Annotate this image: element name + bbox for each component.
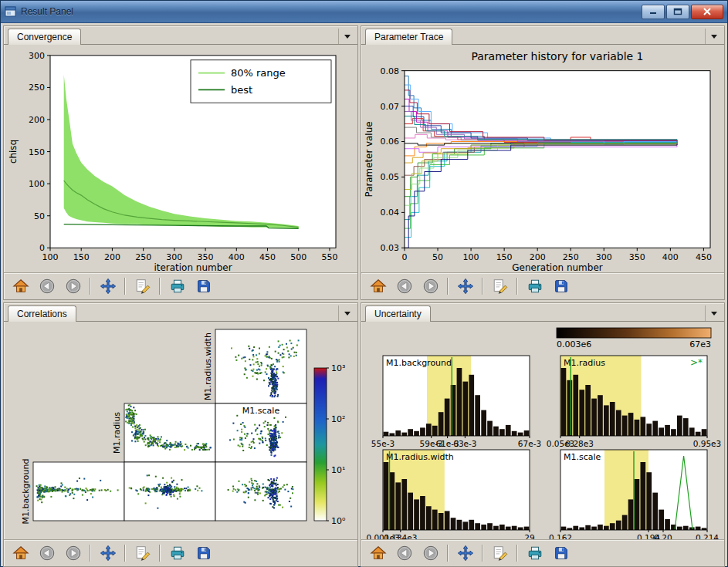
svg-text:M1.background: M1.background: [21, 458, 31, 524]
svg-text:0.05: 0.05: [381, 172, 399, 182]
edit-icon: [134, 278, 151, 295]
back-button[interactable]: [393, 542, 415, 565]
toolbar-separator: [90, 545, 91, 562]
home-button[interactable]: [367, 275, 389, 298]
save-button[interactable]: [192, 275, 215, 298]
svg-text:0.003e6: 0.003e6: [557, 339, 591, 349]
convergence-canvas[interactable]: 1001502002503003504004505005500501001502…: [4, 45, 357, 272]
maximize-icon: [673, 8, 682, 15]
back-button[interactable]: [393, 275, 415, 298]
print-button[interactable]: [166, 275, 188, 298]
close-icon: [703, 8, 712, 15]
tab-convergence[interactable]: Convergence: [8, 29, 81, 45]
svg-text:55e-3: 55e-3: [371, 439, 394, 448]
svg-text:67e-3: 67e-3: [518, 439, 541, 448]
svg-text:350: 350: [198, 252, 214, 262]
uncertainty-toolbar: [361, 539, 724, 566]
chevron-down-icon: [711, 35, 717, 39]
svg-text:0.20: 0.20: [654, 533, 672, 539]
forward-button[interactable]: [419, 275, 442, 298]
back-button[interactable]: [36, 275, 58, 298]
convergence-tabstrip: Convergence: [4, 26, 357, 45]
convergence-chart[interactable]: 1001502002503003504004505005500501001502…: [4, 45, 357, 272]
svg-text:Parameter history for variable: Parameter history for variable 1: [471, 50, 643, 62]
svg-text:300: 300: [596, 252, 612, 262]
svg-text:10²: 10²: [331, 414, 345, 424]
uncertainty-tabstrip: Uncertainty: [361, 303, 724, 322]
uncertainty-canvas[interactable]: 0.003e667e3M1.background55e-359e-361e-36…: [361, 322, 724, 539]
svg-text:450: 450: [696, 252, 712, 262]
parameter-trace-chart[interactable]: 0501001502002503003504004500.030.040.050…: [361, 45, 724, 272]
svg-text:0: 0: [401, 252, 407, 262]
toolbar-separator: [90, 278, 91, 295]
tab-correlations[interactable]: Correlations: [8, 305, 76, 322]
save-button[interactable]: [550, 542, 572, 565]
forward-button[interactable]: [62, 542, 84, 565]
correlations-canvas[interactable]: M1.scaleM1.radius.widthM1.radiusM1.backg…: [4, 322, 357, 539]
titlebar[interactable]: Result Panel: [1, 1, 727, 23]
svg-text:250: 250: [29, 83, 45, 93]
minimize-button[interactable]: [642, 5, 665, 19]
tab-uncertainty[interactable]: Uncertainty: [365, 305, 431, 322]
edit-icon: [492, 545, 509, 562]
correlations-dropdown[interactable]: [338, 305, 356, 321]
save-button[interactable]: [550, 275, 572, 298]
toolbar-separator: [447, 545, 449, 562]
home-button[interactable]: [9, 542, 32, 565]
forward-button[interactable]: [419, 542, 442, 565]
save-button[interactable]: [192, 542, 215, 565]
client-area: Convergence 1001502002503003504004505005…: [1, 23, 727, 567]
uncertainty-dropdown[interactable]: [705, 305, 723, 321]
save-icon: [195, 278, 212, 295]
forward-button[interactable]: [62, 275, 84, 298]
uncertainty-chart[interactable]: 0.003e667e3M1.background55e-359e-361e-36…: [361, 322, 724, 539]
edit-button[interactable]: [131, 542, 154, 565]
home-button[interactable]: [367, 542, 389, 565]
home-button[interactable]: [9, 275, 32, 298]
svg-text:400: 400: [662, 252, 679, 262]
trace-canvas[interactable]: 0501001502002503003504004500.030.040.050…: [361, 45, 724, 272]
chevron-down-icon: [711, 312, 717, 316]
correlations-chart[interactable]: M1.scaleM1.radius.widthM1.radiusM1.backg…: [4, 322, 357, 539]
close-button[interactable]: [691, 5, 723, 19]
svg-text:400: 400: [229, 252, 245, 262]
toolbar-separator: [482, 278, 483, 295]
home-icon: [12, 545, 29, 562]
printer-icon: [527, 545, 543, 562]
svg-text:350: 350: [629, 252, 645, 262]
print-button[interactable]: [523, 275, 546, 298]
svg-text:300: 300: [29, 51, 45, 61]
home-icon: [370, 278, 387, 295]
svg-text:10¹: 10¹: [331, 465, 345, 475]
svg-text:0: 0: [39, 243, 45, 253]
pan-button[interactable]: [454, 542, 476, 565]
svg-text:0.134e3: 0.134e3: [384, 533, 417, 539]
maximize-button[interactable]: [666, 5, 689, 19]
trace-dropdown[interactable]: [705, 29, 723, 44]
chevron-down-icon: [344, 35, 350, 39]
back-button[interactable]: [36, 542, 58, 565]
print-button[interactable]: [523, 542, 546, 565]
tab-parameter-trace[interactable]: Parameter Trace: [365, 29, 452, 45]
print-button[interactable]: [166, 542, 188, 565]
svg-text:>*: >*: [690, 357, 703, 368]
svg-text:10³: 10³: [331, 363, 345, 373]
pan-button[interactable]: [454, 275, 476, 298]
svg-text:0.95e3: 0.95e3: [693, 439, 722, 448]
svg-text:100: 100: [29, 179, 45, 189]
back-icon: [396, 278, 413, 295]
pan-button[interactable]: [97, 542, 119, 565]
minimize-icon: [648, 8, 658, 15]
pan-icon: [100, 545, 117, 562]
edit-button[interactable]: [489, 542, 511, 565]
chevron-down-icon: [344, 312, 350, 316]
edit-button[interactable]: [131, 275, 154, 298]
toolbar-separator: [159, 545, 161, 562]
edit-button[interactable]: [489, 275, 511, 298]
home-icon: [12, 278, 29, 295]
edit-icon: [134, 545, 151, 562]
svg-text:29: 29: [524, 533, 534, 539]
svg-text:250: 250: [135, 252, 151, 262]
pan-button[interactable]: [97, 275, 119, 298]
convergence-dropdown[interactable]: [338, 29, 356, 44]
